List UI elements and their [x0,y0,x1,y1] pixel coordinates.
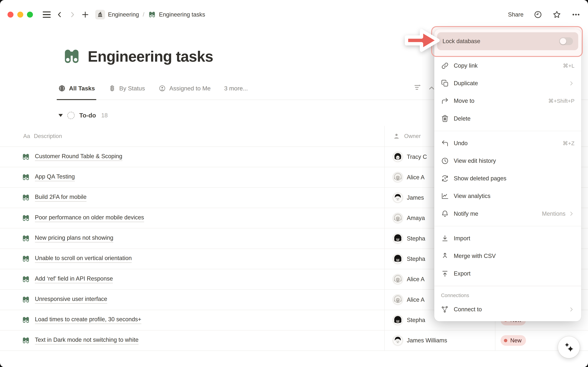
avatar [393,315,403,325]
description-cell: Load times to create profile, 30 seconds… [0,316,384,324]
task-link[interactable]: Customer Round Table & Scoping [35,153,122,161]
menu-item-label: View analytics [454,193,490,199]
task-link[interactable]: Poor performance on older mobile devices [35,214,144,222]
task-link[interactable]: Unresponsive user interface [35,296,107,304]
tab-3-more[interactable]: 3 more... [224,77,248,100]
new-page-icon[interactable] [81,11,89,18]
menu-item-notify-me[interactable]: Notify me Mentions [437,205,578,222]
tab-all-tasks[interactable]: All Tasks [58,77,95,100]
menu-item-duplicate[interactable]: Duplicate [437,75,578,92]
page-title[interactable]: Engineering tasks [88,48,213,65]
sidebar-menu-icon[interactable] [43,11,51,18]
menu-item-copy-link[interactable]: Copy link ⌘+L [437,57,578,75]
menu-item-move-to[interactable]: Move to ⌘+Shift+P [437,92,578,110]
menu-item-export[interactable]: Export [437,265,578,282]
tab-label: By Status [119,85,145,92]
filter-sort-icon[interactable] [414,83,423,94]
binoculars-icon [22,275,30,284]
breadcrumb-item-engineering-tasks[interactable]: Engineering tasks [148,11,205,18]
description-cell: New pricing plans not showing [0,234,384,243]
task-link[interactable]: Unable to scroll on vertical orientation [35,255,132,263]
page-binoculars-icon[interactable] [62,47,81,66]
menu-item-label: Duplicate [454,80,478,87]
share-button[interactable]: Share [508,11,524,18]
task-link[interactable]: Text in Dark mode not switching to white [35,337,139,344]
topbar: Engineering / Engineering tasks Share [0,0,588,29]
owner-name: Stepha [407,235,425,242]
undo-icon [441,139,449,147]
task-link[interactable]: New pricing plans not showing [35,234,113,242]
chevron-right-icon [568,80,575,87]
menu-item-label: Merge with CSV [454,253,496,259]
breadcrumb-label: Engineering [108,11,139,18]
import-icon [441,234,449,242]
group-header-todo: To-do 18 [59,108,108,122]
breadcrumb: Engineering / Engineering tasks [95,10,205,20]
binoculars-icon [22,296,30,304]
analytics-icon [441,192,449,200]
menu-item-show-deleted-pages[interactable]: Show deleted pages [437,170,578,187]
menu-section-label-connections: Connections [434,290,581,300]
link-icon [441,62,449,70]
owner-name: James [407,194,424,201]
column-header-description[interactable]: Aa Description [0,133,384,139]
menu-item-lock-database[interactable]: Lock database [437,32,578,50]
sparkles-icon [561,340,576,355]
connect-icon [441,306,449,313]
tab-by-status[interactable]: By Status [108,77,145,100]
task-link[interactable]: Load times to create profile, 30 seconds… [35,316,141,324]
owner-cell[interactable]: James Williams [384,330,495,350]
menu-item-label: Export [454,270,470,277]
lock-database-label: Lock database [443,38,480,44]
back-button[interactable] [56,11,63,18]
binoculars-icon [148,11,156,18]
column-label: Owner [404,133,421,139]
zoom-window-button[interactable] [27,12,33,17]
avatar [393,213,403,223]
more-options-icon[interactable] [571,10,580,19]
avatar [393,254,403,264]
forward-button[interactable] [68,11,76,18]
menu-item-undo[interactable]: Undo ⌘+Z [437,134,578,152]
task-link[interactable]: App QA Testing [35,173,75,181]
close-window-button[interactable] [8,12,13,17]
updates-clock-icon[interactable] [534,10,542,19]
shortcut-label: ⌘+Z [562,140,575,147]
tab-assigned-to-me[interactable]: Assigned to Me [159,77,211,100]
building-icon [95,10,105,20]
window-controls [8,12,33,17]
menu-item-label: Delete [454,115,470,122]
chevron-right-icon [568,306,575,313]
menu-item-view-analytics[interactable]: View analytics [437,187,578,205]
description-cell: Unresponsive user interface [0,296,384,304]
export-icon [441,270,449,277]
minimize-window-button[interactable] [17,12,23,17]
lock-database-toggle[interactable] [559,37,573,45]
database-options-menu: Lock database Copy link ⌘+L Duplicate Mo… [434,29,581,321]
task-link[interactable]: Build 2FA for mobile [35,194,86,202]
menu-item-label: Import [454,235,470,242]
menu-item-view-edit-history[interactable]: View edit history [437,152,578,170]
notion-ai-sparkles-button[interactable] [558,336,580,358]
collapse-triangle-icon[interactable] [59,114,63,117]
restore-icon [441,175,449,182]
menu-item-delete[interactable]: Delete [437,110,578,127]
menu-item-import[interactable]: Import [437,230,578,247]
status-badge[interactable]: New [501,335,526,346]
task-link[interactable]: Add ‘ref’ field in API Response [35,275,113,283]
description-cell: Add ‘ref’ field in API Response [0,275,384,284]
avatar [393,336,403,345]
breadcrumb-item-engineering[interactable]: Engineering [95,10,139,20]
owner-name: Amaya [407,215,425,221]
breadcrumb-separator: / [143,11,145,18]
group-name[interactable]: To-do [79,112,96,119]
favorite-star-icon[interactable] [552,10,561,19]
avatar [393,295,403,305]
group-count: 18 [101,112,108,119]
shortcut-label: ⌘+Shift+P [548,98,575,104]
menu-item-merge-with-csv[interactable]: Merge with CSV [437,247,578,265]
move-to-icon [441,97,449,105]
menu-item-label: Show deleted pages [454,175,506,182]
menu-item-label: View edit history [454,158,496,164]
menu-item-connect-to[interactable]: Connect to [437,300,578,318]
